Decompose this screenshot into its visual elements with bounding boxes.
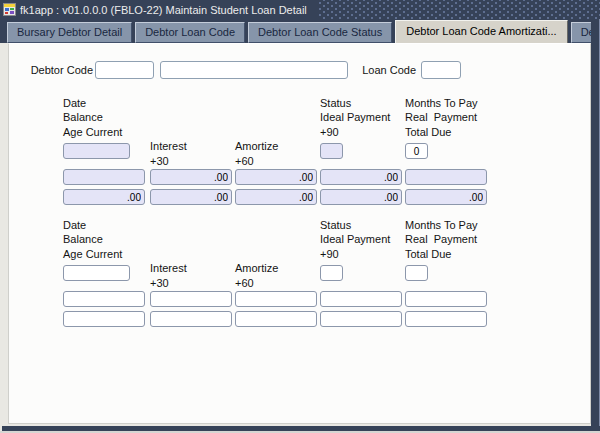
amortization-history-row2-col4-field[interactable] xyxy=(320,311,402,327)
amortization-history-plus-90-field[interactable] xyxy=(320,265,343,281)
amortization-history-row1-col1-field[interactable] xyxy=(63,291,145,307)
amortization-history-row2-col1-field[interactable] xyxy=(63,311,145,327)
app-icon xyxy=(3,3,16,16)
amortization-history-row2-col2-field[interactable] xyxy=(150,311,232,327)
title-bar[interactable]: fk1app : v01.0.0.0 (FBLO-22) Maintain St… xyxy=(0,0,600,19)
section-amortization-history-label-age-current: Age Current xyxy=(63,248,122,260)
amortization-current-row1-col1-field[interactable] xyxy=(63,169,145,185)
section-amortization-current-label-date: Date xyxy=(63,97,86,109)
tab-debtor-loan-code-status[interactable]: Debtor Loan Code Status xyxy=(248,22,392,43)
debtor-code-label: Debtor Code xyxy=(30,64,93,76)
section-amortization-history-label-balance: Balance xyxy=(63,233,103,245)
amortization-history-row2-col3-field[interactable] xyxy=(235,311,317,327)
amortization-current-total-due-field[interactable] xyxy=(405,143,428,159)
section-amortization-current-label-+60: +60 xyxy=(235,155,254,167)
amortization-history-total-due-field[interactable] xyxy=(405,265,428,281)
amortization-current-row2-col5-field[interactable] xyxy=(405,189,487,205)
debtor-name-input[interactable] xyxy=(160,61,348,79)
section-amortization-current-label-months-to-pay: Months To Pay xyxy=(405,97,478,109)
section-amortization-history-label-months-to-pay: Months To Pay xyxy=(405,219,478,231)
amortization-current-plus-90-field[interactable] xyxy=(320,143,343,159)
amortization-history-row2-col5-field[interactable] xyxy=(405,311,487,327)
amortization-current-row1-col3-field[interactable] xyxy=(235,169,317,185)
amortization-history-row1-col5-field[interactable] xyxy=(405,291,487,307)
debtor-code-input[interactable] xyxy=(95,61,154,79)
section-amortization-history-label-date: Date xyxy=(63,219,86,231)
section-amortization-history-label-status: Status xyxy=(320,219,351,231)
amortization-current-row2-col4-field[interactable] xyxy=(320,189,402,205)
section-amortization-history-label-+30: +30 xyxy=(150,277,169,289)
amortization-history-row1-col4-field[interactable] xyxy=(320,291,402,307)
tab-bar: Bursary Debtor DetailDebtor Loan CodeDeb… xyxy=(0,19,600,43)
amortization-current-row1-col5-field[interactable] xyxy=(405,169,487,185)
amortization-current-row2-col3-field[interactable] xyxy=(235,189,317,205)
section-amortization-history-label-+60: +60 xyxy=(235,277,254,289)
tab-debtor-loan-code[interactable]: Debtor Loan Code xyxy=(135,22,245,43)
section-amortization-history-label-total-due: Total Due xyxy=(405,248,451,260)
amortization-current-row2-col1-field[interactable] xyxy=(63,189,145,205)
section-amortization-history-label-+90: +90 xyxy=(320,248,339,260)
amortization-history-age-current-field[interactable] xyxy=(63,265,130,281)
window-title: fk1app : v01.0.0.0 (FBLO-22) Maintain St… xyxy=(20,4,307,16)
section-amortization-current-label-amortize: Amortize xyxy=(235,140,278,152)
amortization-current-row1-col4-field[interactable] xyxy=(320,169,402,185)
section-amortization-history-label-interest: Interest xyxy=(150,262,187,274)
amortization-history-row1-col3-field[interactable] xyxy=(235,291,317,307)
section-amortization-current-label-balance: Balance xyxy=(63,111,103,123)
section-amortization-current-label-real-payment: Real Payment xyxy=(405,111,477,123)
title-left-group: fk1app : v01.0.0.0 (FBLO-22) Maintain St… xyxy=(0,0,319,19)
section-amortization-current-label-status: Status xyxy=(320,97,351,109)
loan-code-label: Loan Code xyxy=(358,64,416,76)
section-amortization-current-label-ideal-payment: Ideal Payment xyxy=(320,111,390,123)
amortization-current-row1-col2-field[interactable] xyxy=(150,169,232,185)
section-amortization-current-label-+90: +90 xyxy=(320,126,339,138)
window-edge-right xyxy=(591,19,600,428)
amortization-current-row2-col2-field[interactable] xyxy=(150,189,232,205)
section-amortization-history-label-ideal-payment: Ideal Payment xyxy=(320,233,390,245)
loan-code-input[interactable] xyxy=(421,61,461,79)
section-amortization-current-label-+30: +30 xyxy=(150,155,169,167)
section-amortization-history-label-real-payment: Real Payment xyxy=(405,233,477,245)
tab-debtor-loan-code-amortizati[interactable]: Debtor Loan Code Amortizati... xyxy=(395,20,567,43)
tab-bursary-debtor-detail[interactable]: Bursary Debtor Detail xyxy=(7,22,132,43)
app-window: fk1app : v01.0.0.0 (FBLO-22) Maintain St… xyxy=(0,0,600,433)
amortization-current-age-current-field[interactable] xyxy=(63,143,130,159)
section-amortization-current-label-interest: Interest xyxy=(150,140,187,152)
section-amortization-current-label-total-due: Total Due xyxy=(405,126,451,138)
section-amortization-current-label-age-current: Age Current xyxy=(63,126,122,138)
amortization-history-row1-col2-field[interactable] xyxy=(150,291,232,307)
section-amortization-history-label-amortize: Amortize xyxy=(235,262,278,274)
